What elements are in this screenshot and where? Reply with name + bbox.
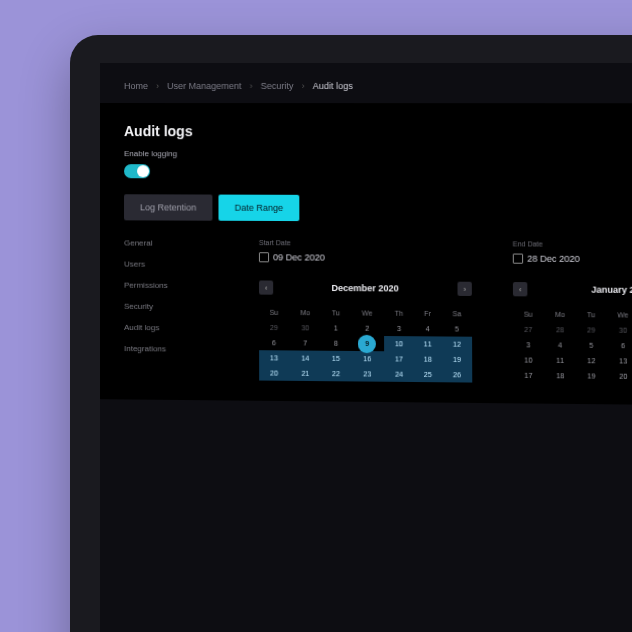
date-columns: Start Date 09 Dec 2020 ‹ December 2020 ›… (259, 239, 632, 385)
calendar-day[interactable]: 16 (350, 351, 384, 367)
calendar-month-label: January 2021 (591, 285, 632, 296)
enable-logging-toggle[interactable] (124, 164, 150, 178)
weekday-header: Fr (413, 306, 441, 321)
start-date-label: Start Date (259, 239, 472, 247)
calendar-day[interactable]: 8 (322, 336, 350, 351)
weekday-header: Sa (442, 306, 472, 321)
calendar-day[interactable]: 4 (543, 337, 576, 353)
calendar-day[interactable]: 10 (513, 352, 543, 368)
calendar-day[interactable]: 1 (322, 320, 350, 335)
calendar-day[interactable]: 25 (414, 367, 442, 383)
weekday-header: Mo (543, 307, 576, 323)
end-date-value[interactable]: 28 Dec 2020 (513, 254, 632, 265)
start-date-column: Start Date 09 Dec 2020 ‹ December 2020 ›… (259, 239, 472, 382)
breadcrumb-sep: › (302, 81, 305, 91)
breadcrumb-current: Audit logs (313, 81, 353, 91)
calendar-day[interactable]: 17 (384, 351, 413, 366)
start-date-text: 09 Dec 2020 (273, 252, 325, 262)
calendar-day[interactable]: 5 (442, 321, 472, 336)
toggle-label: Enable logging (124, 149, 632, 159)
breadcrumb-item[interactable]: Home (124, 81, 148, 91)
calendar-month-label: December 2020 (331, 283, 398, 294)
start-date-value[interactable]: 09 Dec 2020 (259, 252, 472, 263)
weekday-header: Th (384, 306, 413, 321)
calendar-day[interactable]: 11 (414, 336, 442, 351)
prev-month-button[interactable]: ‹ (259, 280, 273, 294)
calendar-header-left: ‹ December 2020 › (259, 280, 472, 296)
calendar-day[interactable]: 15 (322, 351, 350, 366)
weekday-header: Mo (289, 305, 322, 320)
calendar-day[interactable]: 17 (513, 368, 543, 384)
device-frame: Home › User Management › Security › Audi… (70, 35, 632, 632)
calendar-day[interactable]: 18 (544, 368, 577, 384)
weekday-header: Su (513, 306, 543, 322)
main-grid: General Users Permissions Security Audit… (124, 238, 632, 385)
calendar-day[interactable]: 14 (289, 350, 322, 365)
calendar-day[interactable]: 20 (606, 368, 632, 384)
calendar-day[interactable]: 28 (543, 322, 576, 338)
calendar-day[interactable]: 13 (606, 353, 632, 369)
calendar-day[interactable]: 3 (513, 337, 543, 353)
weekday-header: Su (259, 305, 289, 320)
weekday-header: Tu (577, 307, 606, 323)
calendar-day[interactable]: 12 (442, 336, 472, 352)
sidebar-item[interactable]: Permissions (124, 281, 235, 291)
page-title: Audit logs (124, 123, 632, 140)
calendar-day[interactable]: 20 (259, 365, 289, 380)
sidebar-item[interactable]: Audit logs (124, 323, 235, 333)
calendar-day[interactable]: 19 (442, 352, 472, 368)
screen: Home › User Management › Security › Audi… (100, 62, 632, 632)
weekday-header: We (350, 305, 384, 320)
calendar-day[interactable]: 7 (289, 335, 322, 350)
calendar-header-right: ‹ January 2021 › (513, 282, 632, 298)
sidebar-item[interactable]: Security (124, 302, 235, 312)
calendar-day[interactable]: 13 (259, 350, 289, 365)
calendar-day[interactable]: 26 (442, 367, 472, 383)
calendar-day[interactable]: 6 (259, 335, 289, 350)
tab-log-retention[interactable]: Log Retention (124, 194, 212, 220)
breadcrumb-item[interactable]: Security (261, 81, 294, 91)
calendar-day[interactable]: 27 (513, 322, 543, 338)
next-month-button[interactable]: › (457, 282, 471, 296)
filter-sidebar: General Users Permissions Security Audit… (124, 238, 235, 380)
weekday-header: We (605, 307, 632, 323)
calendar-day[interactable]: 30 (289, 320, 322, 335)
calendar-day[interactable]: 5 (577, 338, 606, 354)
breadcrumb-sep: › (156, 81, 159, 91)
calendar-right[interactable]: SuMoTuWeThFrSa 2728293031123456789101112… (513, 306, 632, 385)
calendar-day[interactable]: 4 (413, 321, 441, 336)
calendar-day[interactable]: 23 (350, 366, 384, 382)
end-date-label: End Date (513, 240, 632, 248)
calendar-day[interactable]: 21 (289, 366, 322, 382)
calendar-day[interactable]: 29 (577, 322, 606, 338)
tab-date-range[interactable]: Date Range (219, 195, 300, 222)
breadcrumb: Home › User Management › Security › Audi… (100, 62, 632, 103)
end-date-column: End Date 28 Dec 2020 ‹ January 2021 › Su… (513, 240, 632, 385)
end-date-text: 28 Dec 2020 (527, 254, 580, 264)
calendar-day[interactable]: 11 (544, 353, 577, 369)
breadcrumb-sep: › (250, 81, 253, 91)
calendar-day[interactable]: 6 (606, 338, 632, 354)
tabs: Log Retention Date Range (124, 194, 632, 223)
calendar-icon (513, 254, 523, 264)
calendar-day[interactable]: 30 (606, 322, 632, 338)
calendar-day[interactable]: 24 (384, 366, 413, 382)
page-content: Audit logs Enable logging Log Retention … (100, 103, 632, 406)
sidebar-item[interactable]: Users (124, 260, 235, 270)
calendar-icon (259, 252, 269, 262)
calendar-day[interactable]: 12 (577, 353, 606, 369)
sidebar-item[interactable]: General (124, 238, 235, 248)
calendar-day[interactable]: 9 (350, 336, 384, 352)
weekday-header: Tu (322, 305, 350, 320)
calendar-day[interactable]: 18 (414, 351, 442, 367)
calendar-left[interactable]: SuMoTuWeThFrSa 2930123456789101112131415… (259, 305, 472, 383)
sidebar-item[interactable]: Integrations (124, 344, 235, 354)
calendar-day[interactable]: 3 (384, 321, 413, 336)
calendar-day[interactable]: 10 (384, 336, 413, 351)
breadcrumb-item[interactable]: User Management (167, 81, 241, 91)
calendar-day[interactable]: 22 (322, 366, 350, 381)
prev-month-button[interactable]: ‹ (513, 282, 527, 296)
calendar-day[interactable]: 29 (259, 320, 289, 335)
calendar-day[interactable]: 19 (577, 368, 606, 384)
